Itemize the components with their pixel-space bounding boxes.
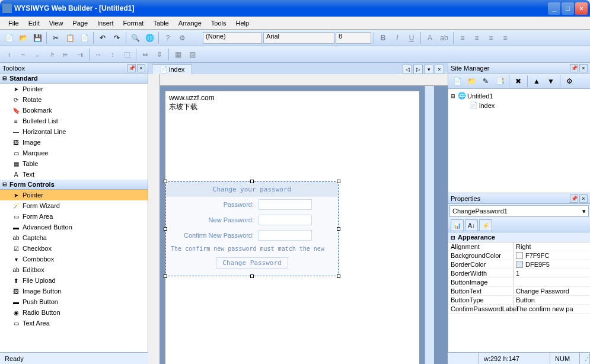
prop-row[interactable]: ButtonTypeButton (448, 296, 590, 305)
toolbox-item-bulleted-list[interactable]: ≡Bulleted List (0, 116, 148, 126)
menu-edit[interactable]: Edit (25, 18, 43, 28)
move-up-button[interactable]: ▲ (530, 75, 543, 88)
password-input[interactable] (259, 199, 312, 210)
menu-format[interactable]: Format (120, 18, 148, 28)
minimize-button[interactable]: _ (548, 2, 560, 15)
menu-table[interactable]: Table (149, 18, 172, 28)
same-size-button[interactable]: ⬚ (120, 48, 133, 61)
menu-page[interactable]: Page (69, 18, 91, 28)
help-button[interactable]: ? (161, 31, 174, 44)
align-right-button[interactable]: ≡ (484, 31, 497, 44)
toolbox-item-form-wizard[interactable]: 🪄Form Wizard (0, 200, 148, 211)
canvas[interactable]: www.uzzf.com 东坡下载 (160, 86, 448, 364)
underline-button[interactable]: U (405, 31, 418, 44)
pin-icon[interactable]: 📌 (127, 64, 136, 72)
resize-handle[interactable] (337, 180, 340, 183)
toolbox-item-advanced-button[interactable]: ▬Advanced Button (0, 222, 148, 232)
resize-handle[interactable] (337, 274, 340, 278)
prop-row[interactable]: ButtonTextChange Password (448, 287, 590, 296)
toolbox-item-image-button[interactable]: 🖼Image Button (0, 286, 148, 296)
properties-button[interactable]: ⚙ (563, 75, 576, 88)
prop-row[interactable]: AlignmentRight (448, 242, 590, 251)
bring-front-button[interactable]: ▦ (171, 48, 184, 61)
space-vert-button[interactable]: ⇕ (153, 48, 166, 61)
confirm-password-input[interactable] (259, 230, 312, 241)
close-button[interactable]: × (575, 2, 588, 15)
bold-button[interactable]: B (377, 31, 390, 44)
copy-button[interactable]: 📋 (63, 31, 76, 44)
resize-handle[interactable] (337, 227, 340, 231)
font-color-button[interactable]: A (423, 31, 436, 44)
same-width-button[interactable]: ↔ (92, 48, 105, 61)
paste-button[interactable]: 📄 (78, 31, 91, 44)
redo-button[interactable]: ↷ (110, 31, 123, 44)
tab-next-button[interactable]: ▷ (413, 65, 423, 74)
new-folder-button[interactable]: 📁 (465, 75, 478, 88)
toolbox-item-file-upload[interactable]: ⬆File Upload (0, 275, 148, 286)
toolbox-item-text-area[interactable]: ▭Text Area (0, 318, 148, 328)
toolbox-item-bookmark[interactable]: 🔖Bookmark (0, 105, 148, 116)
new-password-input[interactable] (259, 215, 312, 225)
save-button[interactable]: 💾 (31, 31, 44, 44)
tab-close-button[interactable]: × (435, 65, 444, 74)
toolbox-cat-standard[interactable]: Standard (0, 74, 148, 84)
toolbox-item-table[interactable]: ▦Table (0, 158, 148, 169)
prop-row[interactable]: BackgroundColorF7F9FC (448, 251, 590, 260)
undo-button[interactable]: ↶ (96, 31, 109, 44)
prop-row[interactable]: ConfirmPasswordLabelThe confirm new pa (448, 305, 590, 314)
status-resize-grip[interactable]: ⋰ (580, 353, 590, 364)
close-panel-button[interactable]: × (579, 194, 588, 203)
font-family-combo[interactable]: Arial (263, 32, 334, 44)
align-bottoms-button[interactable]: ⫣ (74, 48, 87, 61)
site-tree[interactable]: ⊟ 🌐 Untitled1 📄 index (448, 89, 590, 193)
align-left-button[interactable]: ≡ (456, 31, 469, 44)
highlight-button[interactable]: ab (438, 31, 451, 44)
cut-button[interactable]: ✂ (49, 31, 62, 44)
collapse-icon[interactable]: ⊟ (451, 93, 458, 99)
prop-row[interactable]: BorderColorDFE9F5 (448, 260, 590, 269)
toolbox-item-marquee[interactable]: ▭Marquee (0, 148, 148, 158)
same-height-button[interactable]: ↕ (106, 48, 119, 61)
clone-button[interactable]: 📑 (493, 75, 506, 88)
toolbox-item-pointer[interactable]: ➤Pointer (0, 84, 148, 94)
canvas-vscroll[interactable] (425, 86, 434, 364)
tree-root[interactable]: ⊟ 🌐 Untitled1 (451, 91, 588, 101)
toolbox-item-rotate[interactable]: ⟳Rotate (0, 94, 148, 105)
new-button[interactable]: 📄 (2, 31, 15, 44)
toolbox-item-image[interactable]: 🖼Image (0, 137, 148, 148)
tree-node-index[interactable]: 📄 index (451, 101, 588, 110)
resize-handle[interactable] (250, 180, 254, 183)
page[interactable]: www.uzzf.com 东坡下载 (165, 91, 420, 364)
resize-handle[interactable] (164, 227, 167, 231)
resize-handle[interactable] (250, 274, 254, 278)
events-button[interactable]: ⚡ (479, 219, 492, 231)
tab-index[interactable]: 📄 index (152, 64, 192, 74)
toolbox-item-text[interactable]: AText (0, 169, 148, 180)
props-cat-appearance[interactable]: Appearance (448, 232, 590, 242)
menu-arrange[interactable]: Arrange (175, 18, 205, 28)
prop-row[interactable]: ButtonImage (448, 278, 590, 287)
tab-menu-button[interactable]: ▾ (424, 65, 433, 74)
object-selector[interactable]: ChangePassword1▾ (449, 205, 589, 217)
align-right-edges-button[interactable]: ⫠ (31, 48, 44, 61)
toolbox-item-checkbox[interactable]: ☑Checkbox (0, 243, 148, 254)
toolbox-item-editbox[interactable]: abEditbox (0, 264, 148, 275)
move-down-button[interactable]: ▼ (544, 75, 557, 88)
options-button[interactable]: ⚙ (176, 31, 189, 44)
style-combo[interactable]: (None) (203, 32, 262, 44)
prop-row[interactable]: BorderWidth1 (448, 269, 590, 278)
space-horiz-button[interactable]: ⇔ (139, 48, 152, 61)
align-center-button[interactable]: ≡ (470, 31, 483, 44)
open-button[interactable]: 📂 (17, 31, 30, 44)
change-password-button[interactable]: Change Password (216, 257, 288, 269)
toolbox-item-form-area[interactable]: ▭Form Area (0, 211, 148, 222)
align-justify-button[interactable]: ≡ (499, 31, 512, 44)
italic-button[interactable]: I (391, 31, 404, 44)
send-back-button[interactable]: ▧ (186, 48, 199, 61)
resize-handle[interactable] (164, 274, 167, 278)
menu-insert[interactable]: Insert (94, 18, 117, 28)
maximize-button[interactable]: □ (562, 2, 574, 15)
align-centers-button[interactable]: ⫟ (17, 48, 30, 61)
align-tops-button[interactable]: ⫡ (45, 48, 58, 61)
pin-icon[interactable]: 📌 (570, 194, 578, 203)
